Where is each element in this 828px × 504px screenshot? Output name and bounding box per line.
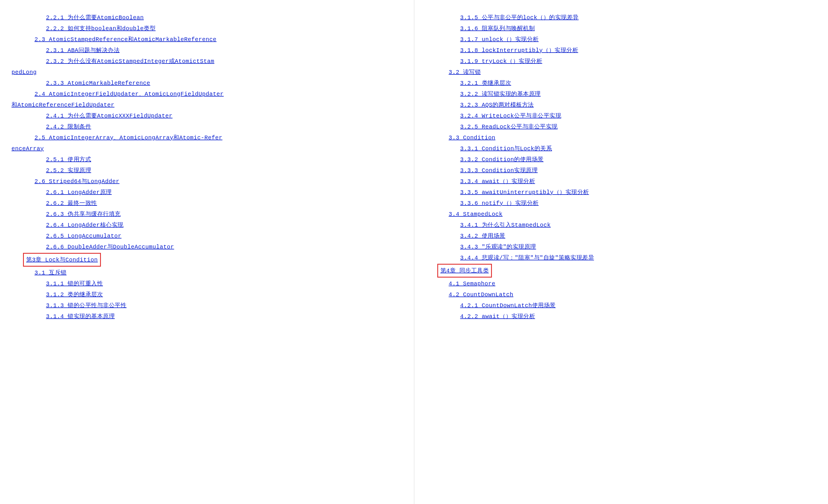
toc-link[interactable]: 3.3.2 Condition的使用场景 [460, 156, 544, 163]
toc-row: 2.3.1 ABA问题与解决办法 [46, 45, 403, 55]
toc-row: 3.2.1 类继承层次 [460, 78, 817, 88]
toc-link[interactable]: 3.1.5 公平与非公平的lock（）的实现差异 [460, 14, 579, 21]
toc-row: enceArray [11, 144, 403, 153]
toc-link[interactable]: 3.2.3 AQS的两对模板方法 [460, 102, 534, 108]
toc-row: 4.2.2 await（）实现分析 [460, 312, 817, 321]
toc-link[interactable]: 2.4.1 为什么需要AtomicXXXFieldUpdater [46, 112, 172, 119]
toc-link-continuation[interactable]: pedLong [11, 69, 37, 76]
toc-link[interactable]: 4.2.1 CountDownLatch使用场景 [460, 302, 556, 309]
toc-link-continuation[interactable]: enceArray [11, 145, 44, 152]
toc-link[interactable]: 3.3.4 await（）实现分析 [460, 178, 535, 185]
toc-row: 2.6.3 伪共享与缓存行填充 [46, 209, 403, 219]
toc-link[interactable]: 2.2.1 为什么需要AtomicBoolean [46, 14, 144, 21]
toc-row: 2.6.2 最终一致性 [46, 198, 403, 208]
toc-row: 3.3.5 awaitUninterruptibly（）实现分析 [460, 187, 817, 197]
toc-link[interactable]: 3.1.7 unlock（）实现分析 [460, 36, 539, 43]
toc-link[interactable]: 3.1.1 锁的可重入性 [46, 280, 103, 287]
toc-link[interactable]: 3.4.4 悲观读/写："阻塞"与"自旋"策略实现差异 [460, 255, 594, 261]
toc-row: 3.2.4 WriteLock公平与非公平实现 [460, 111, 817, 121]
toc-row: 3.4.1 为什么引入StampedLock [460, 220, 817, 230]
toc-link[interactable]: 3.1.6 阻塞队列与唤醒机制 [460, 25, 535, 32]
toc-link[interactable]: 3.2.1 类继承层次 [460, 80, 511, 87]
toc-link[interactable]: 2.4.2 限制条件 [46, 124, 91, 130]
toc-link[interactable]: 3.4 StampedLock [449, 211, 503, 218]
toc-link[interactable]: 2.6 Striped64与LongAdder [35, 178, 120, 185]
toc-link[interactable]: 3.1.4 锁实现的基本原理 [46, 313, 115, 320]
toc-row: 2.5.1 使用方式 [46, 154, 403, 164]
toc-link[interactable]: 2.2.2 如何支持boolean和double类型 [46, 25, 156, 32]
toc-row: 3.1.7 unlock（）实现分析 [460, 35, 817, 44]
toc-row: 2.6.1 LongAdder原理 [46, 187, 403, 197]
toc-link[interactable]: 3.4.2 使用场景 [460, 233, 505, 239]
toc-link[interactable]: 3.3.6 notify（）实现分析 [460, 200, 539, 207]
toc-link[interactable]: 2.3 AtomicStampedReference和AtomicMarkabl… [35, 36, 216, 43]
toc-row: 4.1 Semaphore [449, 279, 817, 288]
toc-link[interactable]: 2.6.4 LongAdder核心实现 [46, 222, 124, 228]
toc-link[interactable]: 3.3.5 awaitUninterruptibly（）实现分析 [460, 189, 589, 196]
toc-link[interactable]: 2.5.2 实现原理 [46, 167, 91, 174]
toc-row: 3.2.3 AQS的两对模板方法 [460, 100, 817, 110]
toc-row: 3.1.5 公平与非公平的lock（）的实现差异 [460, 13, 817, 22]
toc-link[interactable]: 3.1.2 类的继承层次 [46, 291, 103, 298]
toc-link[interactable]: 3.2 读写锁 [449, 69, 481, 76]
toc-row: 2.3.3 AtomicMarkableReference [46, 78, 403, 88]
toc-link[interactable]: 3.3.3 Condition实现原理 [460, 167, 538, 174]
toc-link[interactable]: 2.4 AtomicIntegerFieldUpdater、AtomicLong… [35, 91, 224, 97]
toc-row: 2.5 AtomicIntegerArray、AtomicLongArray和A… [35, 133, 403, 142]
toc-link[interactable]: 3.4.3 "乐观读"的实现原理 [460, 244, 536, 250]
toc-chapter-link[interactable]: 第3章 Lock与Condition [26, 257, 98, 263]
toc-link[interactable]: 3.2.5 ReadLock公平与非公平实现 [460, 124, 558, 130]
toc-link[interactable]: 2.3.2 为什么没有AtomicStampedInteger或AtomictS… [46, 58, 214, 65]
toc-row: 2.3 AtomicStampedReference和AtomicMarkabl… [35, 35, 403, 44]
toc-link[interactable]: 3.1.8 lockInterruptibly（）实现分析 [460, 47, 578, 54]
toc-row: pedLong [11, 67, 403, 77]
toc-link[interactable]: 4.1 Semaphore [449, 280, 496, 287]
toc-chapter-link[interactable]: 第4章 同步工具类 [441, 268, 489, 274]
toc-row: 3.3.2 Condition的使用场景 [460, 154, 817, 164]
toc-link[interactable]: 2.6.5 LongAccumulator [46, 233, 122, 239]
toc-row: 3.4.4 悲观读/写："阻塞"与"自旋"策略实现差异 [460, 253, 817, 263]
toc-row: 2.5.2 实现原理 [46, 166, 403, 175]
toc-link[interactable]: 2.6.2 最终一致性 [46, 200, 97, 207]
toc-row: 3.3.4 await（）实现分析 [460, 176, 817, 186]
toc-row: 2.6.5 LongAccumulator [46, 231, 403, 241]
toc-row: 3.3 Condition [449, 133, 817, 142]
toc-row: 2.2.1 为什么需要AtomicBoolean [46, 13, 403, 22]
toc-row: 3.2 读写锁 [449, 67, 817, 77]
toc-row: 2.6.4 LongAdder核心实现 [46, 220, 403, 230]
toc-link[interactable]: 2.6.1 LongAdder原理 [46, 189, 112, 196]
chapter-highlight-box: 第3章 Lock与Condition [23, 253, 101, 267]
toc-link[interactable]: 2.6.6 DoubleAdder与DoubleAccumulator [46, 244, 174, 250]
toc-link[interactable]: 2.5 AtomicIntegerArray、AtomicLongArray和A… [35, 134, 222, 141]
toc-link[interactable]: 3.4.1 为什么引入StampedLock [460, 222, 551, 228]
toc-link[interactable]: 3.1 互斥锁 [35, 270, 67, 276]
toc-row: 第4章 同步工具类 [426, 264, 817, 278]
toc-row: 4.2.1 CountDownLatch使用场景 [460, 301, 817, 310]
toc-row: 3.1.2 类的继承层次 [46, 290, 403, 300]
toc-row: 2.2.2 如何支持boolean和double类型 [46, 24, 403, 33]
toc-link[interactable]: 3.3 Condition [449, 134, 496, 141]
toc-link[interactable]: 3.2.2 读写锁实现的基本原理 [460, 91, 541, 97]
toc-link[interactable]: 4.2.2 await（）实现分析 [460, 313, 535, 320]
toc-link[interactable]: 2.3.3 AtomicMarkableReference [46, 80, 150, 87]
toc-row: 3.3.3 Condition实现原理 [460, 166, 817, 175]
toc-link-continuation[interactable]: 和AtomicReferenceFieldUpdater [11, 102, 115, 108]
toc-link[interactable]: 4.2 CountDownLatch [449, 291, 513, 298]
toc-link[interactable]: 3.3.1 Condition与Lock的关系 [460, 145, 552, 152]
toc-row: 2.4.2 限制条件 [46, 122, 403, 132]
toc-link[interactable]: 2.3.1 ABA问题与解决办法 [46, 47, 120, 54]
toc-row: 3.4.3 "乐观读"的实现原理 [460, 242, 817, 252]
toc-row: 2.3.2 为什么没有AtomicStampedInteger或AtomictS… [46, 56, 403, 66]
toc-link[interactable]: 3.1.3 锁的公平性与非公平性 [46, 302, 126, 309]
toc-row: 3.1.1 锁的可重入性 [46, 279, 403, 288]
toc-row: 2.4 AtomicIntegerFieldUpdater、AtomicLong… [35, 89, 403, 99]
toc-row: 4.2 CountDownLatch [449, 290, 817, 300]
toc-row: 2.6.6 DoubleAdder与DoubleAccumulator [46, 242, 403, 252]
toc-link[interactable]: 2.6.3 伪共享与缓存行填充 [46, 211, 121, 218]
toc-link[interactable]: 2.5.1 使用方式 [46, 156, 91, 163]
toc-link[interactable]: 3.2.4 WriteLock公平与非公平实现 [460, 112, 562, 119]
toc-link[interactable]: 3.1.9 tryLock（）实现分析 [460, 58, 542, 65]
toc-row: 3.4 StampedLock [449, 209, 817, 219]
chapter-highlight-box: 第4章 同步工具类 [437, 264, 492, 278]
toc-row: 3.2.2 读写锁实现的基本原理 [460, 89, 817, 99]
